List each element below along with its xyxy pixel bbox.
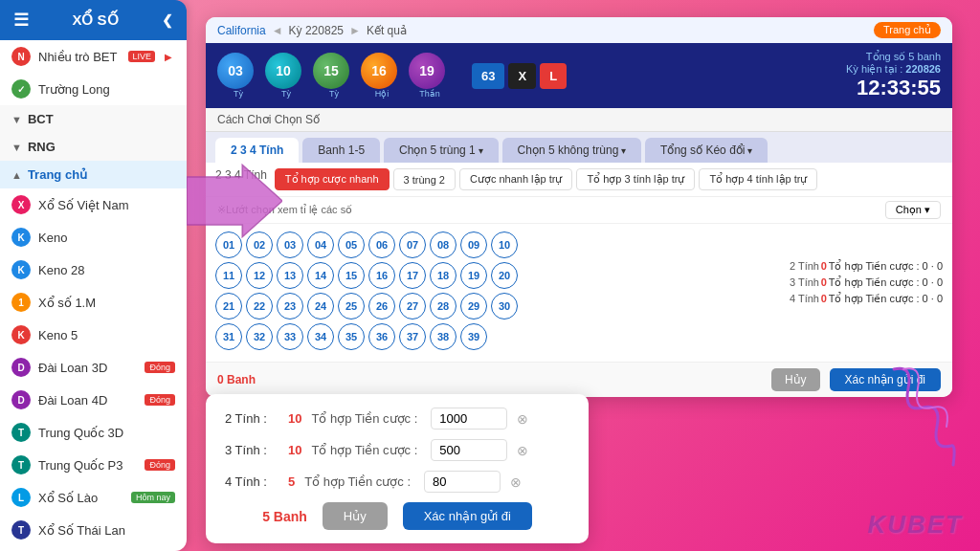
subtab-to-hop-3-tinh[interactable]: Tổ hợp 3 tính lập trự [576, 168, 695, 190]
num-18[interactable]: 18 [430, 262, 457, 289]
subtab-cuoc-nhanh-lap-tru[interactable]: Cược nhanh lập trự [459, 168, 572, 190]
num-32[interactable]: 32 [246, 323, 273, 350]
num-20[interactable]: 20 [491, 262, 518, 289]
num-38[interactable]: 38 [430, 323, 457, 350]
num-34[interactable]: 34 [307, 323, 334, 350]
bc-xacnhan-button[interactable]: Xác nhận gửi đi [403, 502, 532, 530]
sidebar-item-keno5[interactable]: K Keno 5 [0, 319, 187, 351]
num-02[interactable]: 02 [246, 231, 273, 258]
num-10[interactable]: 10 [491, 231, 518, 258]
sidebar-item-trungquocp3[interactable]: T Trung Quốc P3 Đóng [0, 449, 187, 481]
rng-chevron-icon: ▼ [11, 142, 22, 153]
bc-4tinh-clear[interactable]: ⊗ [510, 474, 522, 490]
num-31[interactable]: 31 [215, 323, 242, 350]
num-17[interactable]: 17 [399, 262, 426, 289]
num-04[interactable]: 04 [307, 231, 334, 258]
bc-2tinh-input[interactable] [431, 408, 507, 430]
num-12[interactable]: 12 [246, 262, 273, 289]
ball-3-label: Tỳ [329, 89, 339, 99]
bc-2tinh-tohop: Tổ hợp Tiền cược : [311, 411, 417, 426]
sidebar-item-xoso-lao[interactable]: L Xổ Số Lào Hôm nay [0, 481, 187, 514]
num-19[interactable]: 19 [460, 262, 487, 289]
sidebar-item-xoso-us[interactable]: U Xổ Số US [0, 546, 187, 551]
num-22[interactable]: 22 [246, 293, 273, 320]
sidebar-item-dailoan3d[interactable]: D Đài Loan 3D Đóng [0, 351, 187, 384]
num-21[interactable]: 21 [215, 293, 242, 320]
num-13[interactable]: 13 [277, 262, 303, 289]
panel-huy-button[interactable]: Hủy [771, 368, 820, 391]
num-05[interactable]: 05 [338, 231, 365, 258]
tong-label: Tổng số 5 banh [846, 51, 941, 63]
subtab-to-hop-4-tinh[interactable]: Tổ hợp 4 tính lập trự [699, 168, 817, 190]
num-30[interactable]: 30 [491, 293, 518, 320]
bc-4tinh-input[interactable] [424, 471, 501, 493]
rng-label: RNG [28, 140, 56, 154]
num-16[interactable]: 16 [368, 262, 395, 289]
sidebar-item-keno28[interactable]: K Keno 28 [0, 253, 187, 286]
tab-tong-so-keo-doi[interactable]: Tổng số Kéo đổi [645, 138, 768, 163]
menu-icon[interactable]: ☰ [13, 10, 29, 31]
num-03[interactable]: 03 [277, 231, 303, 258]
num-07[interactable]: 07 [399, 231, 426, 258]
xoso-lao-icon: L [11, 488, 31, 507]
num-25[interactable]: 25 [338, 293, 365, 320]
num-35[interactable]: 35 [338, 323, 365, 350]
subtab-3-trung-2[interactable]: 3 trùng 2 [393, 168, 456, 190]
num-39[interactable]: 39 [460, 323, 487, 350]
num-06[interactable]: 06 [368, 231, 395, 258]
num-36[interactable]: 36 [368, 323, 395, 350]
tab-chon-5-trong-1[interactable]: Chọn 5 trùng 1 [384, 138, 499, 163]
num-23[interactable]: 23 [277, 293, 303, 320]
num-09[interactable]: 09 [460, 231, 487, 258]
sidebar-group-rng[interactable]: ▼ RNG [0, 133, 187, 161]
stat-4tinh-count: 0 [821, 293, 827, 305]
num-24[interactable]: 24 [307, 293, 334, 320]
sidebar-group-bct[interactable]: ▼ BCT [0, 105, 187, 133]
panel-xacnhan-button[interactable]: Xác nhận gửi đi [830, 368, 941, 391]
subtab-to-hop-cuoc-nhanh[interactable]: Tổ hợp cược nhanh [275, 168, 390, 190]
num-33[interactable]: 33 [277, 323, 303, 350]
sidebar-collapse-icon[interactable]: ❮ [162, 12, 173, 28]
sidebar-item-xoso1m[interactable]: 1 Xổ số 1.M [0, 286, 187, 319]
panel-topbar: California ◄ Kỳ 220825 ► Kết quả Trang c… [206, 17, 952, 43]
stat-box-x: X [508, 63, 536, 89]
num-15[interactable]: 15 [338, 262, 365, 289]
num-29[interactable]: 29 [460, 293, 487, 320]
sidebar-item-xoso-vietnam[interactable]: X Xổ Số Việt Nam [0, 188, 187, 221]
num-37[interactable]: 37 [399, 323, 426, 350]
chon-button[interactable]: Chọn ▾ [885, 201, 941, 219]
tab-banh-1-5[interactable]: Banh 1-5 [302, 138, 380, 163]
bc-4tinh-red: 5 [288, 474, 295, 489]
live-indicator: ▶ [165, 52, 172, 62]
bc-4tinh-label: 4 Tính : [225, 474, 282, 489]
sidebar-item-xoso-thailand[interactable]: T Xổ Số Thái Lan [0, 514, 187, 546]
panel-tabs: 2 3 4 Tính Banh 1-5 Chọn 5 trùng 1 Chọn … [206, 132, 952, 163]
trangchu-button[interactable]: Trang chủ [874, 22, 941, 38]
num-11[interactable]: 11 [215, 262, 242, 289]
panel-subtabs: 2 3 4 Tính Tổ hợp cược nhanh 3 trùng 2 C… [206, 163, 952, 197]
bc-2tinh-clear[interactable]: ⊗ [517, 411, 528, 427]
xoso-vietnam-icon: X [11, 195, 31, 214]
num-14[interactable]: 14 [307, 262, 334, 289]
bc-huy-button[interactable]: Hủy [323, 502, 388, 530]
bc-3tinh-clear[interactable]: ⊗ [517, 443, 528, 458]
num-27[interactable]: 27 [399, 293, 426, 320]
tab-chon-5-khong-trung[interactable]: Chọn 5 không trùng [502, 138, 642, 163]
sidebar-item-truong-long[interactable]: ✓ Trường Long [0, 73, 187, 105]
sidebar-item-trungquoc3d[interactable]: T Trung Quốc 3D [0, 416, 187, 449]
num-28[interactable]: 28 [430, 293, 457, 320]
sidebar-item-keno[interactable]: K Keno [0, 221, 187, 253]
stat-3tinh-label: 3 Tính [790, 276, 819, 289]
num-26[interactable]: 26 [368, 293, 395, 320]
sidebar-group-trang-chu[interactable]: ▲ Trang chủ [0, 161, 187, 188]
num-01[interactable]: 01 [215, 231, 242, 258]
trangchu-chevron-icon: ▲ [11, 169, 22, 181]
panel-bottom-bar: 0 Banh Hủy Xác nhận gửi đi [206, 362, 952, 397]
bc-3tinh-input[interactable] [431, 439, 507, 461]
tab-2-3-4-tinh[interactable]: 2 3 4 Tính [215, 138, 299, 163]
sidebar-item-dailoan4d[interactable]: D Đài Loan 4D Đóng [0, 384, 187, 416]
sidebar-item-nhieu-tro-bet[interactable]: N Nhiều trò BET LIVE ▶ [0, 40, 187, 73]
breadcrumb-ketqua: Kết quả [367, 24, 407, 37]
trungquocp3-badge: Đóng [145, 459, 175, 471]
num-08[interactable]: 08 [430, 231, 457, 258]
